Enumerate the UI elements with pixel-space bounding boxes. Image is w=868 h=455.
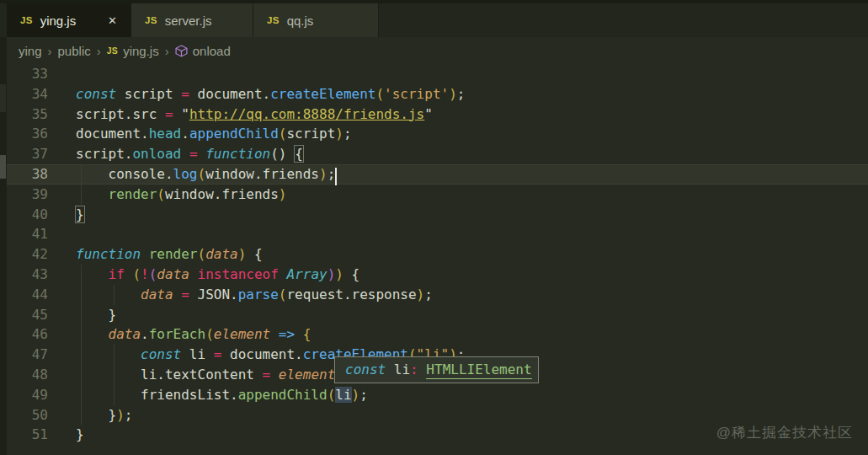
code-token: 'script' — [384, 86, 449, 102]
line-number[interactable]: 33 — [0, 64, 48, 84]
code-token: data — [157, 266, 189, 282]
text-cursor — [335, 168, 337, 185]
line-number[interactable]: 41 — [0, 224, 48, 244]
close-icon[interactable]: ✕ — [108, 14, 117, 27]
line-number[interactable]: 50 — [0, 405, 48, 426]
code-token: JSON. — [189, 286, 238, 302]
code-token: . — [141, 326, 149, 342]
code-token: ) — [335, 126, 343, 142]
code-token: if — [109, 266, 125, 282]
code-token: const — [141, 346, 181, 362]
code-text: } — [76, 205, 84, 225]
line-number[interactable]: 40 — [0, 205, 48, 225]
code-token: ) — [279, 186, 287, 202]
code-token: element — [279, 367, 335, 383]
js-file-icon: JS — [107, 46, 118, 56]
line-number[interactable]: 44 — [0, 285, 48, 305]
code-token: ; — [359, 387, 368, 403]
code-text: const script = document.createElement('s… — [76, 84, 465, 104]
code-token: ) — [116, 407, 125, 423]
code-text: render(window.friends) — [76, 185, 286, 205]
code-text: if (!(data instanceof Array)) { — [76, 265, 359, 285]
breadcrumb-item-ying[interactable]: ying — [19, 44, 42, 58]
code-token: = — [181, 286, 189, 302]
code-token: " — [424, 106, 433, 122]
code-token: ) — [417, 286, 425, 302]
code-token: ) — [335, 266, 343, 282]
line-number[interactable]: 43 — [0, 265, 48, 285]
line-number[interactable]: 35 — [0, 104, 48, 125]
code-token: li.textContent — [76, 367, 263, 383]
code-line: 44 data = JSON.parse(request.response); — [0, 285, 868, 305]
code-line: 38 console.log(window.friends); — [0, 164, 868, 185]
line-number[interactable]: 49 — [0, 385, 48, 405]
code-token: document. — [221, 346, 302, 362]
code-line: 50 }); — [0, 405, 868, 426]
breadcrumb-label: ying — [19, 44, 42, 58]
code-token: forEach — [149, 326, 205, 342]
js-file-icon: JS — [20, 15, 33, 25]
code-token: data — [205, 246, 238, 262]
line-number[interactable]: 48 — [0, 365, 48, 385]
code-token: ; — [343, 126, 352, 142]
hover-type-link[interactable]: HTMLLIElement — [426, 361, 531, 379]
code-text: } — [76, 305, 116, 325]
code-token: li — [181, 346, 214, 362]
code-token: ! — [141, 266, 149, 282]
code-token: instanceof — [198, 266, 279, 282]
line-number[interactable]: 51 — [0, 425, 48, 445]
code-token — [418, 361, 427, 377]
code-token: ( — [149, 266, 157, 282]
code-token: script — [286, 126, 335, 142]
code-token — [76, 266, 109, 282]
code-token: function — [205, 146, 270, 162]
line-number[interactable]: 42 — [0, 244, 48, 265]
code-text: console.log(window.friends); — [76, 164, 337, 185]
code-token: ( — [132, 266, 141, 282]
line-number[interactable]: 45 — [0, 305, 48, 325]
code-editor[interactable]: 3334const script = document.createElemen… — [0, 64, 868, 455]
code-token — [76, 286, 141, 302]
tab-qq.js[interactable]: JSqq.js — [253, 3, 379, 37]
scrollbar-block[interactable] — [0, 155, 6, 179]
chevron-right-icon: › — [165, 44, 169, 58]
code-token: } — [76, 426, 84, 442]
code-token: = — [214, 346, 222, 362]
breadcrumb-item-public[interactable]: public — [58, 44, 91, 58]
line-number[interactable]: 34 — [0, 84, 48, 104]
code-token: { — [295, 146, 303, 162]
code-text: script.src = "http://qq.com:8888/friends… — [76, 104, 433, 125]
left-scrollbar-strip[interactable] — [0, 37, 7, 455]
js-file-icon: JS — [145, 15, 157, 25]
code-token: ( — [157, 186, 165, 202]
line-number[interactable]: 46 — [0, 324, 48, 345]
tab-server.js[interactable]: JSserver.js — [131, 3, 253, 37]
tab-ying.js[interactable]: JSying.js✕ — [7, 3, 131, 37]
code-text: }); — [76, 405, 132, 426]
line-number[interactable]: 47 — [0, 345, 48, 365]
breadcrumb-label: public — [58, 44, 91, 58]
line-number[interactable]: 38 — [0, 164, 48, 185]
watermark: @稀土掘金技术社区 — [716, 423, 853, 442]
code-token: = — [189, 146, 198, 162]
code-line: 36document.head.appendChild(script); — [0, 124, 868, 144]
symbol-cube-icon — [175, 45, 188, 57]
code-token: = — [165, 106, 173, 122]
tab-label: ying.js — [40, 13, 77, 28]
line-number[interactable]: 36 — [0, 124, 48, 144]
code-token: script.src — [76, 106, 165, 122]
code-text: friendsList.appendChild(li); — [76, 385, 368, 405]
breadcrumb-item-onload[interactable]: onload — [175, 44, 231, 58]
code-line: 34const script = document.createElement(… — [0, 84, 868, 104]
code-token: script — [116, 86, 181, 102]
code-token: console. — [76, 166, 173, 182]
code-token — [295, 326, 303, 342]
breadcrumb-item-ying.js[interactable]: JSying.js — [107, 44, 159, 58]
code-token — [76, 326, 109, 342]
line-number[interactable]: 37 — [0, 144, 48, 164]
code-token: createElement — [270, 86, 375, 102]
line-number[interactable]: 39 — [0, 185, 48, 205]
code-token: = — [263, 367, 271, 383]
code-token: ; — [457, 86, 466, 102]
chevron-right-icon: › — [97, 44, 101, 58]
